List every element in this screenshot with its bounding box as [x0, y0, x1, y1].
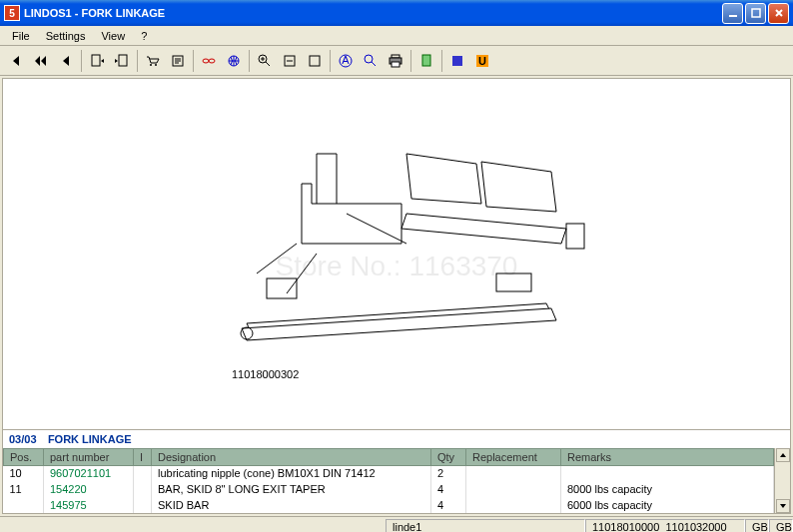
cell-designation: SKID BAR [152, 497, 431, 513]
cell-partnum: 154220 [44, 481, 134, 497]
col-i[interactable]: I [134, 448, 152, 465]
print-button[interactable] [384, 49, 407, 73]
svg-rect-26 [566, 224, 584, 249]
svg-point-8 [209, 59, 215, 63]
col-designation[interactable]: Designation [152, 448, 431, 465]
menu-settings[interactable]: Settings [38, 28, 94, 44]
maximize-button[interactable] [745, 3, 766, 24]
svg-point-15 [365, 55, 373, 63]
col-replacement[interactable]: Replacement [466, 448, 561, 465]
svg-rect-20 [452, 56, 462, 66]
svg-rect-1 [752, 9, 760, 17]
table-scrollbar[interactable] [774, 448, 790, 514]
cell-qty: 4 [431, 481, 466, 497]
menu-bar: File Settings View ? [0, 26, 793, 46]
svg-rect-0 [729, 15, 737, 17]
svg-rect-12 [310, 56, 320, 66]
separator [249, 50, 250, 72]
menu-file[interactable]: File [4, 28, 38, 44]
cell-qty: 4 [431, 497, 466, 513]
app-icon: 5 [4, 5, 20, 21]
grid-button[interactable] [445, 49, 469, 73]
table-header-row: Pos. part number I Designation Qty Repla… [4, 448, 774, 465]
svg-text:A: A [342, 54, 350, 66]
section-header: 03/03 FORK LINKAGE [3, 429, 790, 448]
parts-table: Pos. part number I Designation Qty Repla… [3, 448, 774, 514]
status-code: 11018010000_1101032000 [585, 519, 745, 533]
cell-replacement [466, 481, 561, 497]
status-lang2: GB [769, 519, 793, 533]
window-controls [722, 3, 789, 24]
edit-button[interactable] [166, 49, 190, 73]
separator [330, 50, 331, 72]
fit-page-button[interactable] [303, 49, 327, 73]
svg-rect-3 [119, 55, 127, 66]
separator [410, 50, 411, 72]
cell-i [134, 497, 152, 513]
page-prev-button[interactable] [110, 49, 134, 73]
scroll-up-button[interactable] [776, 448, 790, 462]
fit-width-button[interactable] [278, 49, 302, 73]
cart-button[interactable] [141, 49, 165, 73]
separator [137, 50, 138, 72]
cell-partnum: 145975 [44, 497, 134, 513]
menu-help[interactable]: ? [133, 28, 155, 44]
globe-button[interactable] [222, 49, 246, 73]
separator [81, 50, 82, 72]
toolbar: A U [0, 46, 793, 76]
cell-remarks: 8000 lbs capacity [561, 481, 774, 497]
title-bar: 5 LINDOS1 - FORK LINKAGE [0, 0, 793, 26]
cell-replacement [466, 497, 561, 513]
cell-qty: 2 [431, 465, 466, 481]
cell-designation: lubricating nipple (cone) BM10X1 DIN 714… [152, 465, 431, 481]
status-bar: linde1 11018010000_1101032000 GB GB [0, 516, 793, 532]
parts-table-wrap: Pos. part number I Designation Qty Repla… [3, 448, 790, 514]
cell-partnum: 9607021101 [44, 465, 134, 481]
link-button[interactable] [197, 49, 221, 73]
search-button[interactable] [359, 49, 383, 73]
cell-designation: BAR, SKID 8" LONG EXIT TAPER [152, 481, 431, 497]
svg-point-4 [150, 64, 152, 66]
cell-replacement [466, 465, 561, 481]
col-qty[interactable]: Qty [431, 448, 466, 465]
col-remarks[interactable]: Remarks [561, 448, 774, 465]
scroll-down-button[interactable] [776, 499, 790, 513]
menu-view[interactable]: View [93, 28, 133, 44]
first-button[interactable] [4, 49, 28, 73]
cell-pos: 10 [4, 465, 44, 481]
diagram-ref: 11018000302 [232, 368, 299, 380]
table-row[interactable]: 145975SKID BAR46000 lbs capacity [4, 497, 774, 513]
fork-linkage-diagram: 11018000302 [147, 124, 646, 383]
info-a-button[interactable]: A [334, 49, 358, 73]
rewind-button[interactable] [29, 49, 53, 73]
status-lang1: GB [745, 519, 769, 533]
svg-rect-24 [267, 278, 297, 298]
cell-remarks [561, 465, 774, 481]
separator [193, 50, 194, 72]
cell-i [134, 465, 152, 481]
new-doc-button[interactable] [414, 49, 438, 73]
cell-pos [4, 497, 44, 513]
cell-i [134, 481, 152, 497]
svg-rect-25 [496, 273, 531, 291]
close-button[interactable] [768, 3, 789, 24]
u-button[interactable]: U [470, 49, 494, 73]
window-title: LINDOS1 - FORK LINKAGE [24, 7, 722, 19]
page-next-button[interactable] [85, 49, 109, 73]
col-partnum[interactable]: part number [44, 448, 134, 465]
svg-rect-19 [422, 55, 430, 66]
table-row[interactable]: 109607021101lubricating nipple (cone) BM… [4, 465, 774, 481]
col-pos[interactable]: Pos. [4, 448, 44, 465]
minimize-button[interactable] [722, 3, 743, 24]
svg-point-7 [203, 59, 209, 63]
section-title: FORK LINKAGE [48, 433, 132, 445]
svg-rect-2 [92, 55, 100, 66]
status-left: linde1 [386, 519, 585, 533]
diagram-viewer[interactable]: 11018000302 [3, 79, 790, 429]
table-row[interactable]: 11154220BAR, SKID 8" LONG EXIT TAPER4800… [4, 481, 774, 497]
svg-text:U: U [478, 55, 486, 67]
svg-point-5 [155, 64, 157, 66]
cell-remarks: 6000 lbs capacity [561, 497, 774, 513]
prev-button[interactable] [54, 49, 78, 73]
zoom-in-button[interactable] [253, 49, 277, 73]
